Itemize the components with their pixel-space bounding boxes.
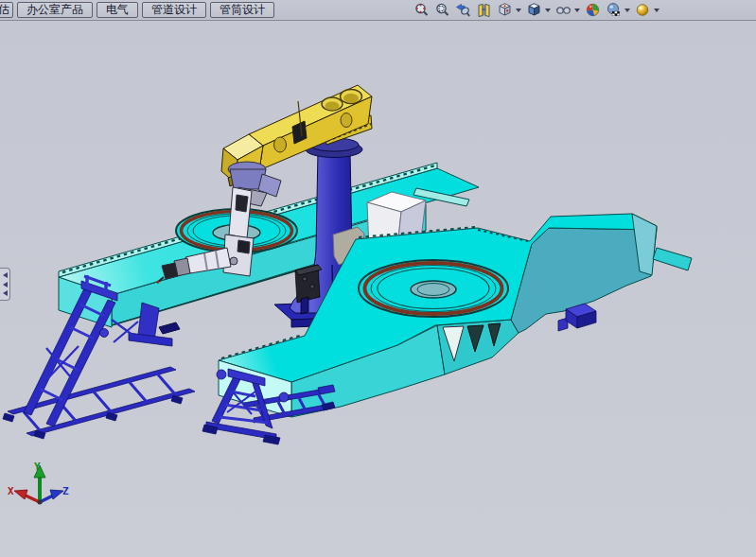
section-view-button[interactable]	[476, 2, 492, 18]
zoom-to-fit-button[interactable]	[413, 2, 430, 18]
previous-view-icon	[455, 2, 471, 18]
hide-show-items-icon	[555, 2, 571, 18]
edit-appearance-button[interactable]	[585, 2, 601, 18]
panel-flyout-arrow-icon	[3, 272, 8, 278]
view-orientation-dropdown-arrow[interactable]	[516, 9, 521, 12]
view-settings-dropdown-arrow[interactable]	[654, 9, 659, 12]
panel-flyout-arrow-icon	[3, 290, 8, 296]
view-orientation-icon	[497, 2, 513, 18]
featuremanager-collapse-tab[interactable]	[0, 268, 10, 301]
view-settings-icon	[635, 2, 651, 18]
apply-scene-dropdown-arrow[interactable]	[624, 9, 630, 12]
axis-z-label: Z	[62, 485, 69, 497]
tab-evaluate-partial[interactable]: 估	[0, 2, 13, 18]
display-style-icon	[526, 2, 542, 18]
display-style-dropdown-arrow[interactable]	[545, 9, 551, 12]
axis-x-label: X	[8, 485, 14, 497]
tab-piping-design[interactable]: 管道设计	[142, 2, 206, 18]
tab-tubing-design[interactable]: 管筒设计	[210, 2, 274, 18]
zoom-to-area-button[interactable]	[434, 2, 450, 18]
view-settings-button[interactable]	[635, 2, 659, 18]
hide-show-items-dropdown-arrow[interactable]	[574, 9, 580, 12]
axis-y-label: Y	[34, 461, 41, 473]
zoom-to-area-icon	[434, 2, 450, 18]
apply-scene-icon	[606, 2, 622, 18]
command-manager-tabs: 估 办公室产品 电气 管道设计 管筒设计	[0, 0, 278, 20]
right-beam-ring[interactable]	[359, 260, 508, 317]
right-trunnion-pin-lower[interactable]	[279, 392, 289, 402]
zoom-to-fit-icon	[413, 2, 430, 18]
panel-flyout-arrow-icon	[3, 282, 8, 287]
section-view-icon	[476, 2, 492, 18]
previous-view-button[interactable]	[455, 2, 471, 18]
hide-show-items-button[interactable]	[555, 2, 580, 18]
view-orientation-button[interactable]	[497, 2, 521, 18]
right-trunnion-pin-upper[interactable]	[217, 370, 226, 379]
edit-appearance-icon	[585, 2, 601, 18]
left-trunnion-pin[interactable]	[100, 329, 109, 338]
tab-office-products[interactable]: 办公室产品	[17, 2, 93, 18]
display-style-button[interactable]	[526, 2, 551, 18]
apply-scene-button[interactable]	[606, 2, 630, 18]
graphics-viewport[interactable]: X Y Z	[0, 0, 756, 557]
heads-up-view-toolbar	[413, 0, 664, 20]
command-manager-toolbar: 估 办公室产品 电气 管道设计 管筒设计	[0, 0, 756, 21]
tab-electrical[interactable]: 电气	[97, 2, 138, 18]
